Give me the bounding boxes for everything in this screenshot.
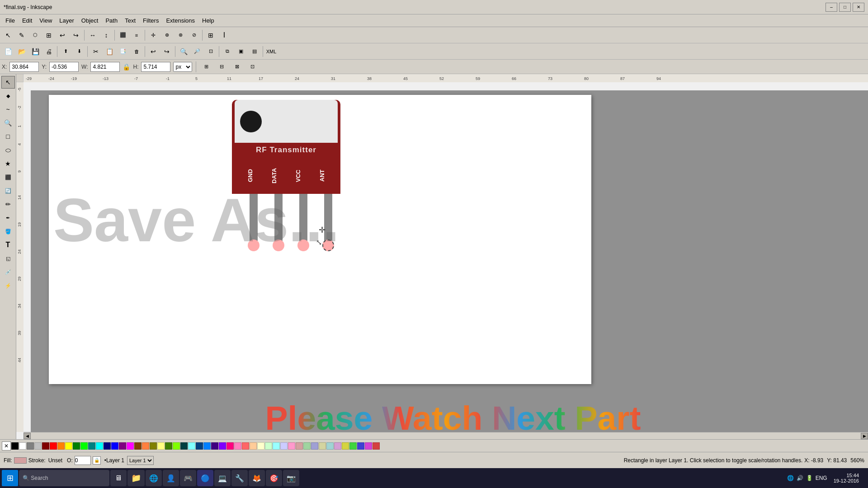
color-pink-lt[interactable] [234,442,241,450]
menu-object[interactable]: Object [78,16,102,25]
tool-pencil-tb[interactable]: ✎ [15,29,28,42]
tool-pen-left[interactable]: ✏ [1,198,15,211]
color-dusty-rose[interactable] [296,442,303,450]
rf-component[interactable]: RF Transmitter GND DATA VCC ANT [232,97,349,253]
tool-snap[interactable]: ✛ [147,29,160,42]
x-input[interactable] [9,62,39,72]
h-input[interactable] [141,62,170,72]
menu-help[interactable]: Help [198,16,218,25]
menu-edit[interactable]: Edit [19,16,36,25]
tool-print[interactable]: 🖨 [42,45,55,58]
taskbar-arduino[interactable]: 🔧 [231,470,248,486]
tool-open[interactable]: 📂 [15,45,28,58]
tool-calligraphy[interactable]: ✒ [1,211,15,224]
color-khaki[interactable] [319,442,326,450]
tool-text-left[interactable]: T [1,239,15,251]
tool-rotate-cw[interactable]: ↩ [56,29,69,42]
color-peach[interactable] [142,442,149,450]
main-canvas[interactable]: RF Transmitter GND DATA VCC ANT [31,90,868,432]
tool-grid[interactable]: ⊞ [204,29,217,42]
close-button[interactable]: ✕ [853,3,864,12]
color-green[interactable] [80,442,88,450]
tool-ellipse[interactable]: ⬭ [1,144,15,156]
tool-zoomin[interactable]: 🔍 [177,45,190,58]
menu-extensions[interactable]: Extensions [162,16,198,25]
opacity-lock[interactable]: 🔒 [93,456,101,465]
tool-cut[interactable]: ✂ [90,45,102,58]
tool-paste[interactable]: 📑 [117,45,129,58]
color-orchid[interactable] [334,442,341,450]
taskbar-user[interactable]: 👤 [163,470,179,486]
color-indigo[interactable] [357,442,364,450]
no-color-swatch[interactable]: ✕ [2,441,11,450]
tool-node[interactable]: ⬡ [29,29,42,42]
color-blue-md[interactable] [196,442,203,450]
tool-undo[interactable]: ↩ [147,45,160,58]
color-pink[interactable] [226,442,234,450]
tool-zoom-tb[interactable]: ⊞ [42,29,55,42]
color-magenta[interactable] [127,442,134,450]
color-yellow[interactable] [65,442,72,450]
propbar-btn4[interactable]: ⊡ [246,61,259,73]
taskbar-file-explorer[interactable]: 📁 [127,470,145,486]
tool-spiral[interactable]: 🔄 [1,184,15,197]
tool-connector[interactable]: ⚡ [1,279,15,292]
propbar-btn2[interactable]: ⊟ [215,61,228,73]
propbar-btn3[interactable]: ⊠ [231,61,243,73]
tool-duplicate[interactable]: ⧉ [221,45,234,58]
taskbar-ie[interactable]: 🌐 [146,470,162,486]
tool-paint[interactable]: 🪣 [1,225,15,238]
tool-save[interactable]: 💾 [29,45,42,58]
color-lavender[interactable] [280,442,288,450]
tool-rotate-ccw[interactable]: ↪ [70,29,82,42]
scroll-track-h[interactable] [31,434,861,438]
w-input[interactable] [90,62,120,72]
tool-star-left[interactable]: ★ [1,157,15,170]
tool-ungroup[interactable]: ▤ [248,45,261,58]
color-maroon[interactable] [42,442,49,450]
color-orange[interactable] [57,442,65,450]
tool-transform[interactable]: ⬛ [117,29,129,42]
color-brown[interactable] [134,442,142,450]
color-periwinkle[interactable] [311,442,318,450]
tool-guide[interactable]: ⊕ [160,29,173,42]
tool-flip-h[interactable]: ↔ [86,29,99,42]
tool-snap3[interactable]: ⊘ [188,29,200,42]
tool-flip-v[interactable]: ↕ [100,29,113,42]
color-gray[interactable] [27,442,34,450]
tool-arrow[interactable]: ↖ [1,76,15,89]
color-blue-lt[interactable] [203,442,211,450]
menu-file[interactable]: File [2,16,19,25]
tool-eyedropper[interactable]: 💉 [1,266,15,278]
color-white[interactable] [19,442,26,450]
tool-ibar[interactable]: I [218,29,231,42]
taskbar-browser[interactable]: 🦊 [249,470,265,486]
tool-node-edit[interactable]: ◆ [1,89,15,102]
taskbar-camera[interactable]: 📷 [283,470,299,486]
menu-text[interactable]: Text [121,16,139,25]
color-cyan-lt[interactable] [188,442,195,450]
color-black[interactable] [11,442,19,450]
color-cream[interactable] [257,442,264,450]
taskbar-apps[interactable]: 🖥 [110,470,127,486]
color-teal-dk[interactable] [180,442,188,450]
color-violet2[interactable] [219,442,226,450]
layer-select[interactable]: Layer 1 [127,456,154,465]
color-yellow-lt[interactable] [157,442,165,450]
color-olive[interactable] [150,442,157,450]
taskbar-app3[interactable]: 🎯 [266,470,282,486]
color-purple[interactable] [119,442,126,450]
tool-zoom-left[interactable]: 🔍 [1,117,15,129]
color-silver[interactable] [34,442,42,450]
tool-zoomfit[interactable]: ⊡ [204,45,217,58]
color-salmon[interactable] [242,442,249,450]
opacity-input[interactable] [75,456,91,465]
color-teal[interactable] [88,442,95,450]
unit-select[interactable]: px mm cm in [173,62,192,72]
color-rust[interactable] [373,442,380,450]
tool-import[interactable]: ⬆ [59,45,72,58]
propbar-btn1[interactable]: ⊞ [200,61,212,73]
minimize-button[interactable]: – [826,3,837,12]
color-blue[interactable] [111,442,118,450]
taskbar-inkscape[interactable]: 🔵 [197,470,213,486]
